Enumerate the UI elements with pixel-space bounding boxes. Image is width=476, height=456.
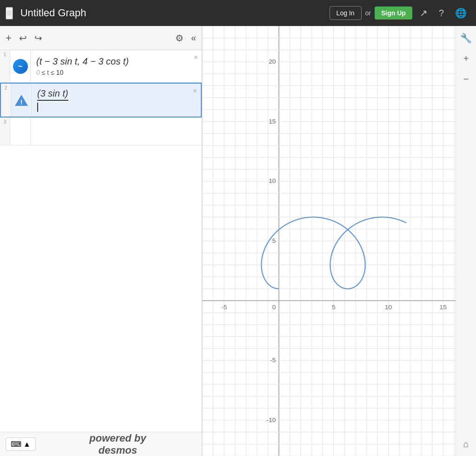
constraint-high: 10: [56, 69, 64, 76]
help-button[interactable]: ?: [435, 6, 448, 20]
settings-button[interactable]: ⚙: [175, 33, 184, 44]
delete-expression-1-button[interactable]: ×: [194, 54, 198, 61]
collapse-icon: «: [191, 33, 196, 43]
help-icon: ?: [439, 8, 444, 18]
login-button[interactable]: Log In: [330, 6, 362, 20]
collapse-panel-button[interactable]: «: [191, 33, 196, 43]
row-number-3: 3: [0, 117, 10, 145]
constraint-mid: ≤ t ≤: [42, 69, 54, 76]
menu-button[interactable]: ≡: [6, 7, 13, 20]
or-label: or: [365, 9, 371, 17]
auth-area: Log In or Sign Up ↗ ? 🌐: [330, 6, 470, 20]
share-button[interactable]: ↗: [416, 6, 431, 20]
expression-content-2[interactable]: (3 sin t): [32, 84, 201, 117]
parametric-constraint: 0 ≤ t ≤ 10: [36, 69, 196, 76]
expression-icon-3: [10, 117, 31, 145]
graph-canvas[interactable]: [202, 26, 476, 456]
globe-button[interactable]: 🌐: [451, 6, 470, 20]
expression-row-3[interactable]: 3: [0, 117, 202, 145]
add-expression-button[interactable]: +: [6, 32, 12, 44]
home-icon: ⌂: [463, 439, 469, 449]
svg-text:!: !: [20, 98, 22, 106]
wrench-icon: 🔧: [460, 33, 472, 44]
zoom-in-button[interactable]: +: [458, 50, 475, 67]
undo-icon: ↩: [19, 33, 27, 44]
graph-panel[interactable]: 🔧 + − ⌂: [202, 26, 476, 456]
bottom-bar: ⌨ ▲ powered by desmos: [0, 432, 202, 456]
fraction-numerator: (3 sin t): [37, 88, 68, 101]
home-button[interactable]: ⌂: [458, 436, 475, 452]
row-number-2: 2: [1, 84, 11, 117]
undo-button[interactable]: ↩: [19, 33, 27, 44]
warning-triangle-icon: !: [14, 94, 28, 107]
delete-expression-2-button[interactable]: ×: [193, 87, 197, 95]
plus-zoom-icon: +: [463, 53, 469, 64]
expression-row-1[interactable]: 1 ~ (t − 3 sin t, 4 − 3 cos t) 0 ≤ t ≤ 1…: [0, 50, 202, 83]
keyboard-arrow-icon: ▲: [23, 440, 31, 449]
desmos-logo-icon: ~: [13, 59, 28, 74]
keyboard-icon: ⌨: [11, 440, 21, 449]
share-icon: ↗: [420, 8, 428, 18]
expression-row-2[interactable]: 2 ! (3 sin t) ×: [0, 83, 202, 117]
minus-zoom-icon: −: [463, 74, 469, 85]
hamburger-icon: ≡: [7, 8, 12, 18]
globe-icon: 🌐: [455, 8, 467, 18]
expression-icon-1: ~: [10, 50, 31, 82]
expression-content-1: (t − 3 sin t, 4 − 3 cos t) 0 ≤ t ≤ 10: [31, 50, 202, 82]
cursor: [37, 103, 38, 112]
row-number-1: 1: [0, 50, 10, 82]
signup-button[interactable]: Sign Up: [375, 7, 412, 20]
redo-icon: ↪: [34, 33, 42, 44]
wrench-button[interactable]: 🔧: [458, 30, 475, 46]
zoom-out-button[interactable]: −: [458, 71, 475, 87]
constraint-low: 0: [36, 69, 40, 76]
fraction-expression: (3 sin t): [37, 88, 195, 112]
right-toolbar: 🔧 + − ⌂: [456, 26, 476, 456]
powered-by-area: powered by desmos: [40, 432, 196, 456]
keyboard-toggle-button[interactable]: ⌨ ▲: [6, 437, 36, 451]
desmos-brand: desmos: [40, 444, 196, 456]
expression-icon-2: !: [11, 84, 32, 117]
gear-icon: ⚙: [175, 33, 184, 44]
plus-icon: +: [6, 32, 12, 44]
powered-by-text: powered by: [40, 432, 196, 444]
parametric-formula: (t − 3 sin t, 4 − 3 cos t): [36, 56, 196, 67]
expression-content-3: [31, 117, 202, 145]
redo-button[interactable]: ↪: [34, 33, 42, 44]
page-title: Untitled Graph: [20, 7, 330, 19]
expression-list: 1 ~ (t − 3 sin t, 4 − 3 cos t) 0 ≤ t ≤ 1…: [0, 50, 202, 432]
